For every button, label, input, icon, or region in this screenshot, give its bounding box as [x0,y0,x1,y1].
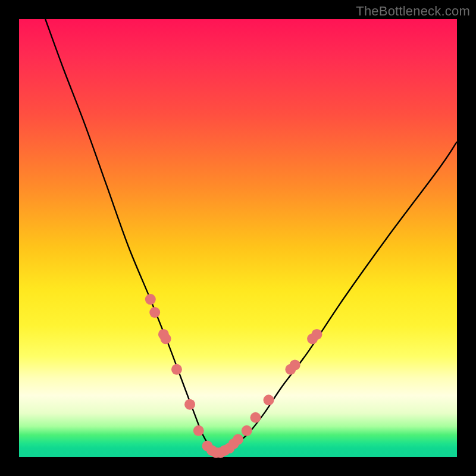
chart-frame: TheBottleneck.com [0,0,476,476]
watermark-text: TheBottleneck.com [356,4,470,19]
bottleneck-curve [45,19,457,453]
data-marker [193,425,204,436]
data-marker [161,333,171,344]
data-marker [242,425,252,436]
data-marker [184,399,195,410]
data-marker [233,434,243,445]
data-marker [311,329,322,340]
plot-area [19,19,457,457]
data-marker [149,307,160,318]
curve-layer [19,19,457,457]
data-marker [171,364,182,375]
data-marker [145,294,156,305]
data-marker [290,359,300,370]
data-marker [250,412,261,423]
marker-group [145,294,322,458]
data-marker [264,394,274,405]
